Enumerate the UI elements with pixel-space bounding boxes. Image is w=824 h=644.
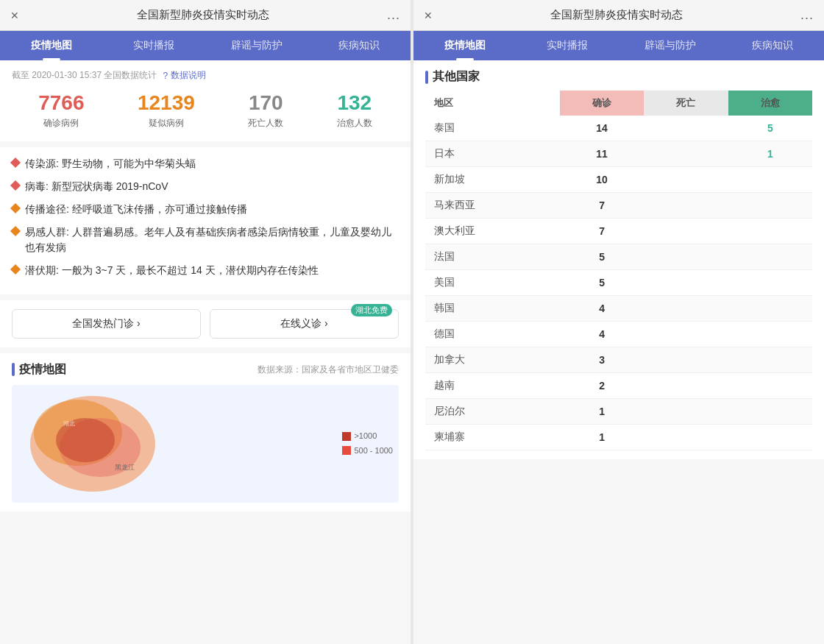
region-cell: 澳大利亚 (425, 219, 560, 244)
recovered-cell (728, 347, 812, 373)
region-cell: 日本 (425, 141, 560, 167)
confirmed-cell: 11 (560, 141, 644, 167)
table-row: 尼泊尔 1 (425, 399, 812, 425)
region-cell: 加拿大 (425, 347, 560, 373)
info-item-5: 潜伏期: 一般为 3~7 天，最长不超过 14 天，潜伏期内存在传染性 (12, 263, 399, 278)
data-note[interactable]: ? 数据说明 (163, 69, 206, 82)
info-item-3: 传播途径: 经呼吸道飞沫传播，亦可通过接触传播 (12, 202, 399, 217)
confirmed-cell: 2 (560, 373, 644, 399)
table-row: 越南 2 (425, 373, 812, 399)
diamond-icon-5 (10, 264, 21, 275)
right-content: 其他国家 地区 确诊 死亡 治愈 泰国 14 5 日本 11 1 新加坡 (413, 60, 824, 644)
table-row: 韩国 4 (425, 296, 812, 322)
table-row: 澳大利亚 7 (425, 219, 812, 244)
info-text-1: 传染源: 野生动物，可能为中华菊头蝠 (25, 156, 196, 171)
info-section: 传染源: 野生动物，可能为中华菊头蝠 病毒: 新型冠状病毒 2019-nCoV … (0, 147, 411, 294)
fever-clinic-btn[interactable]: 全国发热门诊 › (12, 309, 201, 339)
legend-item-2: 500 - 1000 (342, 444, 393, 459)
map-subtitle: 数据来源：国家及各省市地区卫健委 (258, 364, 399, 376)
right-more-icon[interactable]: ... (800, 7, 814, 23)
dead-cell (644, 244, 728, 270)
right-tab-rumor[interactable]: 辟谣与防护 (619, 31, 722, 60)
dead-cell (644, 425, 728, 450)
dead-number: 170 (248, 91, 283, 116)
legend-item-1: >1000 (342, 429, 393, 444)
recovered-label: 治愈人数 (337, 117, 372, 130)
table-header-row: 地区 确诊 死亡 治愈 (425, 91, 812, 116)
info-item-4: 易感人群: 人群普遍易感。老年人及有基础疾病者感染后病情较重，儿童及婴幼儿也有发… (12, 224, 399, 255)
confirmed-cell: 3 (560, 347, 644, 373)
legend-color-1 (342, 432, 351, 441)
right-nav-tabs: 疫情地图 实时播报 辟谣与防护 疾病知识 (413, 31, 824, 60)
hubei-badge: 湖北免费 (351, 304, 392, 316)
left-tab-map[interactable]: 疫情地图 (0, 31, 103, 60)
left-title: 全国新型肺炎疫情实时动态 (25, 8, 381, 22)
confirmed-cell: 7 (560, 193, 644, 219)
country-title: 其他国家 (425, 69, 812, 85)
stat-dead: 170 死亡人数 (248, 91, 283, 130)
confirmed-cell: 4 (560, 322, 644, 347)
table-row: 泰国 14 5 (425, 116, 812, 141)
right-tab-broadcast[interactable]: 实时播报 (516, 31, 619, 60)
right-title-bar: ✕ 全国新型肺炎疫情实时动态 ... (413, 0, 824, 31)
stat-recovered: 132 治愈人数 (337, 91, 372, 130)
right-title: 全国新型肺炎疫情实时动态 (438, 8, 795, 22)
right-tab-map[interactable]: 疫情地图 (413, 31, 516, 60)
recovered-cell (728, 425, 812, 450)
th-recovered: 治愈 (728, 91, 812, 116)
diamond-icon-2 (10, 180, 21, 191)
region-cell: 韩国 (425, 296, 560, 322)
recovered-cell (728, 322, 812, 347)
table-row: 柬埔寨 1 (425, 425, 812, 450)
recovered-cell: 5 (728, 116, 812, 141)
info-text-4: 易感人群: 人群普遍易感。老年人及有基础疾病者感染后病情较重，儿童及婴幼儿也有发… (25, 224, 399, 255)
dead-cell (644, 322, 728, 347)
dead-label: 死亡人数 (248, 117, 283, 130)
dead-cell (644, 167, 728, 193)
country-table: 地区 确诊 死亡 治愈 泰国 14 5 日本 11 1 新加坡 10 马来西亚 … (425, 91, 812, 450)
table-row: 新加坡 10 (425, 167, 812, 193)
dead-cell (644, 193, 728, 219)
svg-text:湖北: 湖北 (63, 420, 75, 427)
country-section: 其他国家 地区 确诊 死亡 治愈 泰国 14 5 日本 11 1 新加坡 (413, 60, 824, 459)
region-cell: 美国 (425, 270, 560, 296)
blue-bar-icon (12, 363, 15, 376)
map-section: 疫情地图 数据来源：国家及各省市地区卫健委 黑龙江 湖北 >100 (0, 353, 411, 512)
recovered-cell: 1 (728, 141, 812, 167)
confirmed-cell: 4 (560, 296, 644, 322)
info-item-2: 病毒: 新型冠状病毒 2019-nCoV (12, 179, 399, 194)
dead-cell (644, 116, 728, 141)
dead-cell (644, 219, 728, 244)
region-cell: 新加坡 (425, 167, 560, 193)
svg-text:黑龙江: 黑龙江 (115, 464, 135, 471)
diamond-icon-3 (10, 203, 21, 213)
left-tab-rumor[interactable]: 辟谣与防护 (205, 31, 308, 60)
info-text-2: 病毒: 新型冠状病毒 2019-nCoV (25, 179, 168, 194)
map-legend: >1000 500 - 1000 (342, 429, 393, 459)
map-placeholder: 黑龙江 湖北 >1000 500 - 1000 (12, 385, 399, 503)
region-cell: 马来西亚 (425, 193, 560, 219)
right-close-icon[interactable]: ✕ (424, 10, 433, 21)
left-tab-broadcast[interactable]: 实时播报 (103, 31, 206, 60)
region-cell: 法国 (425, 244, 560, 270)
left-close-icon[interactable]: ✕ (10, 10, 19, 21)
confirmed-cell: 1 (560, 399, 644, 425)
recovered-cell (728, 399, 812, 425)
left-more-icon[interactable]: ... (387, 7, 400, 23)
diamond-icon-1 (10, 158, 21, 168)
legend-color-2 (342, 446, 351, 455)
dead-cell (644, 296, 728, 322)
region-cell: 尼泊尔 (425, 399, 560, 425)
dead-cell (644, 373, 728, 399)
recovered-number: 132 (337, 91, 372, 116)
recovered-cell (728, 296, 812, 322)
left-panel: ✕ 全国新型肺炎疫情实时动态 ... 疫情地图 实时播报 辟谣与防护 疾病知识 … (0, 0, 411, 644)
online-clinic-btn[interactable]: 湖北免费 在线义诊 › (210, 309, 399, 339)
table-row: 德国 4 (425, 322, 812, 347)
left-title-bar: ✕ 全国新型肺炎疫情实时动态 ... (0, 0, 411, 31)
left-tab-disease[interactable]: 疾病知识 (308, 31, 411, 60)
right-tab-disease[interactable]: 疾病知识 (722, 31, 825, 60)
table-row: 日本 11 1 (425, 141, 812, 167)
region-cell: 越南 (425, 373, 560, 399)
confirmed-cell: 1 (560, 425, 644, 450)
